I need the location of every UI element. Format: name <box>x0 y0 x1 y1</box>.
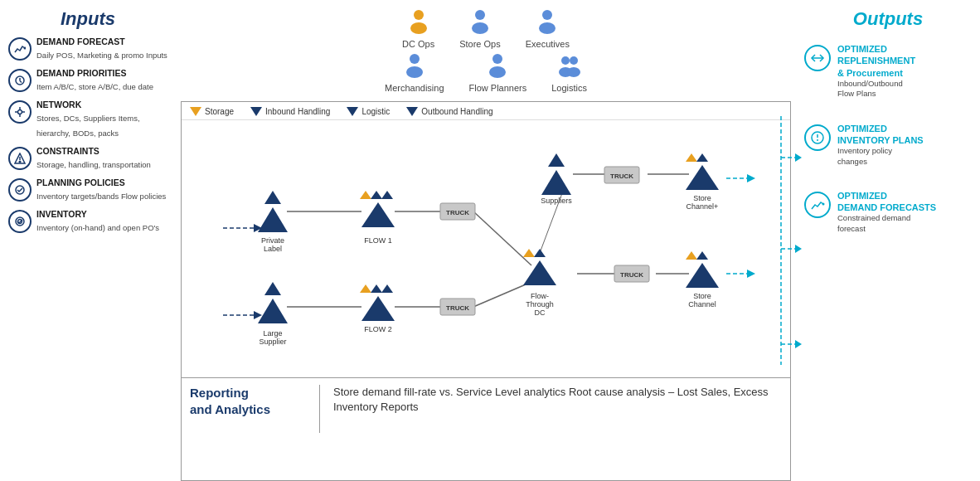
svg-marker-76 <box>696 153 708 162</box>
network-icon <box>8 100 32 124</box>
svg-marker-77 <box>686 165 719 190</box>
inventory-plans-icon <box>804 124 831 151</box>
constraints-label: CONSTRAINTS <box>36 146 151 156</box>
input-demand-forecast: DEMAND FORECAST Daily POS, Marketing & p… <box>8 36 167 61</box>
svg-marker-63 <box>541 170 571 195</box>
svg-point-18 <box>472 22 488 34</box>
inventory-label: INVENTORY <box>36 209 159 219</box>
replenishment-desc: Inbound/OutboundFlow Plans <box>837 79 915 100</box>
demand-forecasts-title: OPTIMIZEDDEMAND FORECASTS <box>837 190 936 214</box>
diagram-box: Storage Inbound Handling Logistic Outbou… <box>174 101 798 481</box>
svg-text:FLOW 2: FLOW 2 <box>364 325 392 333</box>
svg-line-3 <box>20 81 22 83</box>
svg-point-17 <box>475 10 485 20</box>
analytics-divider <box>319 385 320 433</box>
legend-logistic: Logistic <box>347 107 390 116</box>
svg-marker-75 <box>686 153 697 162</box>
svg-point-19 <box>542 10 552 20</box>
inputs-panel: Inputs DEMAND FORECAST Daily POS, Market… <box>0 0 174 481</box>
store-ops-label: Store Ops <box>459 39 501 49</box>
svg-point-26 <box>570 56 578 65</box>
svg-text:Through: Through <box>526 300 554 309</box>
svg-text:Label: Label <box>264 245 282 253</box>
replenishment-icon <box>804 45 831 71</box>
svg-text:Suppliers: Suppliers <box>541 197 572 205</box>
center-area: DC Ops Store Ops <box>174 0 798 481</box>
demand-forecasts-desc: Constrained demandforecast <box>837 213 936 234</box>
planning-policies-label: PLANNING POLICIES <box>36 177 166 187</box>
merchandising-label: Merchandising <box>385 83 444 93</box>
legend-outbound: Outbound Handling <box>406 107 492 116</box>
legend-logistic-icon <box>347 107 358 116</box>
svg-point-24 <box>489 66 506 78</box>
svg-text:Private: Private <box>261 236 284 245</box>
analytics-text: Store demand fill-rate vs. Service Level… <box>333 385 782 433</box>
demand-priorities-label: DEMAND PRIORITIES <box>36 68 153 78</box>
diagram-container: Storage Inbound Handling Logistic Outbou… <box>181 101 791 481</box>
personas-row: DC Ops Store Ops <box>174 0 798 54</box>
legend-inbound-label: Inbound Handling <box>265 107 330 116</box>
svg-marker-45 <box>371 191 382 199</box>
output-demand-forecasts: OPTIMIZEDDEMAND FORECASTS Constrained de… <box>804 185 972 239</box>
svg-marker-82 <box>686 263 719 288</box>
inventory-icon <box>8 210 32 233</box>
outputs-panel: Outputs OPTIMIZEDREPLENISHMENT& Procurem… <box>798 0 980 481</box>
replenishment-text: OPTIMIZEDREPLENISHMENT& Procurement Inbo… <box>837 43 915 100</box>
svg-marker-56 <box>371 284 382 293</box>
legend-outbound-icon <box>406 107 418 116</box>
input-constraints: CONSTRAINTS Storage, handling, transport… <box>8 146 167 171</box>
demand-priorities-text: DEMAND PRIORITIES Item A/B/C, store A/B/… <box>36 68 153 93</box>
svg-text:Channel: Channel <box>688 300 716 309</box>
legend-inbound: Inbound Handling <box>250 107 330 116</box>
personas-row-2: Merchandising Flow Planners <box>174 51 798 98</box>
svg-point-21 <box>410 54 420 64</box>
svg-point-16 <box>410 22 427 34</box>
svg-point-25 <box>561 56 570 65</box>
flow-planners-icon <box>483 51 512 80</box>
svg-text:TRUCK: TRUCK <box>446 209 469 216</box>
logistics-label: Logistics <box>551 83 587 93</box>
constraints-text: CONSTRAINTS Storage, handling, transport… <box>36 146 151 171</box>
svg-line-33 <box>473 211 531 265</box>
logistics-icon <box>555 51 585 80</box>
demand-forecasts-text: OPTIMIZEDDEMAND FORECASTS Constrained de… <box>837 190 936 234</box>
svg-point-97 <box>822 202 825 205</box>
svg-marker-55 <box>360 284 371 293</box>
outputs-title: Outputs <box>804 8 972 30</box>
analytics-section: Reportingand Analytics Store demand fill… <box>182 377 790 440</box>
demand-forecast-label: DEMAND FORECAST <box>36 36 167 46</box>
demand-forecast-desc: Daily POS, Marketing & promo Inputs <box>36 51 167 60</box>
legend-inbound-icon <box>250 107 262 116</box>
svg-text:Supplier: Supplier <box>259 338 286 346</box>
svg-point-22 <box>406 66 423 78</box>
legend-logistic-label: Logistic <box>361 107 390 116</box>
svg-text:Store: Store <box>693 292 711 300</box>
main-container: Inputs DEMAND FORECAST Daily POS, Market… <box>0 0 980 481</box>
inventory-text: INVENTORY Inventory (on-hand) and open P… <box>36 209 159 234</box>
svg-marker-69 <box>523 260 556 285</box>
dc-ops-label: DC Ops <box>402 39 434 49</box>
replenishment-title: OPTIMIZEDREPLENISHMENT& Procurement <box>837 43 915 79</box>
input-inventory: INVENTORY Inventory (on-hand) and open P… <box>8 209 167 234</box>
planning-policies-icon <box>8 178 32 202</box>
persona-executives: Executives <box>526 7 570 49</box>
svg-text:FLOW 1: FLOW 1 <box>364 236 392 245</box>
persona-dc-ops: DC Ops <box>402 7 434 49</box>
demand-priorities-desc: Item A/B/C, store A/B/C, due date <box>36 82 153 91</box>
svg-marker-67 <box>523 249 535 257</box>
network-label: NETWORK <box>36 100 167 109</box>
executives-icon <box>532 7 562 36</box>
svg-text:TRUCK: TRUCK <box>610 172 633 180</box>
output-replenishment: OPTIMIZEDREPLENISHMENT& Procurement Inbo… <box>804 38 972 104</box>
svg-marker-58 <box>361 296 395 321</box>
demand-forecast-text: DEMAND FORECAST Daily POS, Marketing & p… <box>36 36 167 61</box>
legend-storage: Storage <box>190 107 234 116</box>
input-network: NETWORK Stores, DCs, Suppliers Items, hi… <box>8 100 167 139</box>
persona-flow-planners: Flow Planners <box>469 51 527 93</box>
persona-logistics: Logistics <box>551 51 587 93</box>
svg-text:Large: Large <box>263 329 282 338</box>
demand-forecasts-icon <box>804 192 831 218</box>
svg-marker-81 <box>696 251 708 260</box>
legend-outbound-label: Outbound Handling <box>421 107 492 116</box>
svg-marker-62 <box>548 153 565 167</box>
